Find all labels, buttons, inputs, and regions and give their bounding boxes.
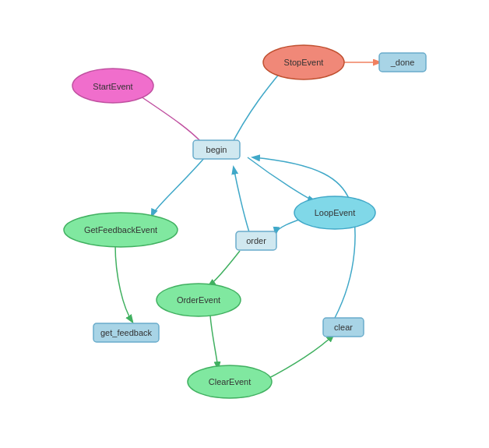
node-begin-label: begin [206,145,227,154]
edge-order-begin [234,168,249,232]
node-order-event-label: OrderEvent [177,295,220,305]
node-order-label: order [246,236,266,245]
node-clear-event-label: ClearEvent [209,377,251,386]
edge-begin-loop [248,157,315,201]
edge-begin-stop [230,68,284,148]
edge-begin-getfeedback [152,157,205,216]
node-start-event-label: StartEvent [93,82,132,91]
flow-diagram: StartEvent StopEvent _done begin GetFeed… [0,0,489,448]
node-getfeedback-event-label: GetFeedbackEvent [84,225,157,235]
edge-clearevent-clear [266,335,333,379]
node-loop-event-label: LoopEvent [315,208,356,217]
edge-order-orderevent [209,251,240,286]
node-get-feedback-label: get_feedback [100,328,153,337]
edge-getfeedback-getfb [115,245,132,322]
edge-order-clear [210,316,218,369]
node-done-label: _done [390,58,415,67]
node-clear-label: clear [334,323,353,332]
node-stop-event-label: StopEvent [284,58,324,67]
